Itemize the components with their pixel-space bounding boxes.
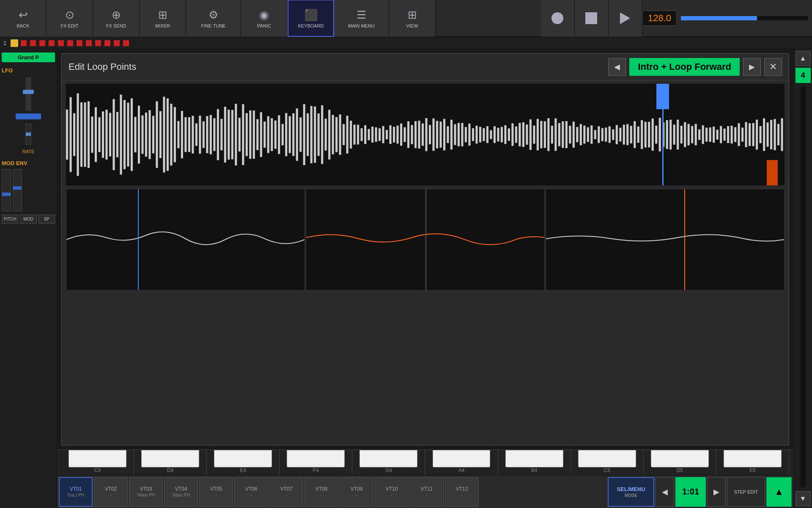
right-sidebar: ▲ 4 ▼: [793, 49, 812, 508]
mini-waveform-panels: [66, 189, 785, 290]
svg-rect-151: [605, 127, 607, 141]
piano-key-e4[interactable]: E4: [207, 450, 280, 475]
back-label: BACK: [17, 23, 30, 28]
svg-rect-101: [425, 118, 428, 151]
svg-rect-135: [547, 118, 549, 151]
vt-button-8[interactable]: VT08-: [304, 477, 338, 507]
panic-button[interactable]: ◉ PANIC: [241, 0, 288, 37]
keyboard-button[interactable]: ⬛ KEYBOARD: [288, 0, 334, 37]
white-key-f4: [287, 450, 345, 467]
time-display[interactable]: 1:01: [675, 477, 706, 507]
step-number-display: 4: [796, 68, 811, 83]
stop-button[interactable]: [575, 0, 609, 37]
transport-prev-icon: ◀: [662, 487, 668, 497]
vt-button-3[interactable]: VT03Vibes PH: [129, 477, 163, 507]
piano-key-b4[interactable]: B4: [498, 450, 571, 475]
mod-env-slider-1[interactable]: [2, 169, 11, 211]
svg-rect-62: [285, 113, 287, 156]
svg-rect-98: [414, 121, 417, 148]
svg-rect-28: [163, 97, 165, 172]
svg-rect-88: [379, 128, 381, 141]
svg-rect-19: [131, 98, 133, 171]
mod-env-thumb-1: [2, 193, 11, 196]
vt-btn-sub: -: [461, 493, 462, 497]
scroll-track: [801, 86, 806, 488]
vt-button-4[interactable]: VT04Vibes PH: [164, 477, 198, 507]
svg-rect-118: [486, 126, 488, 143]
key-label-c4: C4: [94, 467, 101, 473]
pitch-button[interactable]: PITCH: [2, 215, 18, 224]
fx-edit-button[interactable]: ⊙ FX EDIT: [47, 0, 93, 37]
dialog-close-button[interactable]: ✕: [764, 58, 782, 76]
svg-rect-155: [619, 128, 621, 142]
svg-rect-134: [544, 121, 546, 148]
vt-button-12[interactable]: VT12-: [445, 477, 479, 507]
piano-key-d5[interactable]: D5: [644, 450, 716, 475]
piano-key-d4[interactable]: D4: [134, 450, 207, 475]
loop-prev-button[interactable]: ◀: [608, 58, 626, 76]
scroll-up-button[interactable]: ▲: [796, 51, 811, 66]
mini-panel-1[interactable]: [66, 189, 305, 290]
svg-rect-130: [529, 119, 532, 150]
piano-key-g4[interactable]: G4: [352, 450, 425, 475]
svg-rect-188: [738, 123, 740, 146]
piano-key-f4[interactable]: F4: [280, 450, 352, 475]
sp-button[interactable]: SP: [38, 215, 55, 224]
vt-button-10[interactable]: VT10-: [375, 477, 409, 507]
vt-button-5[interactable]: VT05-: [199, 477, 233, 507]
kb-up-button[interactable]: ▲: [766, 477, 792, 507]
fx-send-button[interactable]: ⊕ FX SEND: [93, 0, 140, 37]
piano-key-c4[interactable]: C4: [61, 450, 134, 475]
scroll-down-button[interactable]: ▼: [796, 491, 811, 506]
main-menu-button[interactable]: ☰ MAIN MENU: [334, 0, 389, 37]
panic-icon: ◉: [259, 8, 269, 22]
play-button[interactable]: [609, 0, 642, 37]
mini-panel-2[interactable]: [306, 189, 545, 290]
sel-menu-button[interactable]: SEL/MENU MODE: [608, 477, 654, 507]
loop-next-button[interactable]: ▶: [743, 58, 761, 76]
mini-panel-3[interactable]: [546, 189, 785, 290]
svg-rect-81: [354, 124, 356, 144]
svg-rect-7: [88, 101, 90, 168]
piano-key-a4[interactable]: A4: [425, 450, 498, 475]
svg-rect-53: [253, 110, 255, 159]
transport-next-button[interactable]: ▶: [707, 477, 726, 507]
lfo-small-slider[interactable]: [25, 124, 31, 145]
svg-rect-115: [475, 126, 477, 144]
mod-env-slider-2[interactable]: [13, 169, 22, 211]
back-button[interactable]: ↩ BACK: [0, 0, 47, 37]
vt-button-2[interactable]: VT02-: [94, 477, 128, 507]
svg-rect-6: [84, 102, 86, 167]
fine-tune-button[interactable]: ⚙ FINE TUNE: [186, 0, 241, 37]
record-button[interactable]: [541, 0, 575, 37]
fx-send-label: FX SEND: [106, 23, 126, 28]
lfo-vertical-slider[interactable]: [25, 77, 31, 111]
step-edit-button[interactable]: STEP EDIT: [727, 477, 765, 507]
svg-rect-93: [397, 126, 399, 144]
svg-rect-161: [641, 120, 643, 149]
vt-button-7[interactable]: VT07-: [269, 477, 303, 507]
svg-rect-76: [335, 117, 337, 152]
svg-rect-183: [720, 126, 722, 144]
mod-button[interactable]: MOD: [20, 215, 36, 224]
loop-mode-display: Intro + Loop Forward: [629, 58, 740, 76]
svg-rect-163: [648, 122, 650, 147]
vt-btn-label: VT07: [280, 486, 293, 492]
track-flag-9: [95, 40, 101, 46]
piano-key-c5[interactable]: C5: [571, 450, 644, 475]
view-button[interactable]: ⊞ VIEW: [389, 0, 436, 37]
loop-start-marker: [662, 84, 664, 185]
grand-piano-button[interactable]: Grand P: [2, 52, 55, 62]
vt-button-9[interactable]: VT09-: [340, 477, 373, 507]
vt-button-6[interactable]: VT06-: [234, 477, 268, 507]
svg-rect-49: [239, 118, 241, 152]
svg-rect-200: [781, 118, 783, 151]
mixer-button[interactable]: ⊞ MIXER: [140, 0, 186, 37]
vt-button-11[interactable]: VT11-: [410, 477, 444, 507]
loop-end-marker[interactable]: [767, 160, 778, 185]
waveform-display[interactable]: [66, 84, 785, 185]
transport-prev-button[interactable]: ◀: [656, 477, 674, 507]
vt-btn-sub: -: [250, 493, 252, 497]
vt-button-1[interactable]: VT01Gra.) PH: [59, 477, 93, 507]
piano-key-e5[interactable]: E5: [716, 450, 789, 475]
